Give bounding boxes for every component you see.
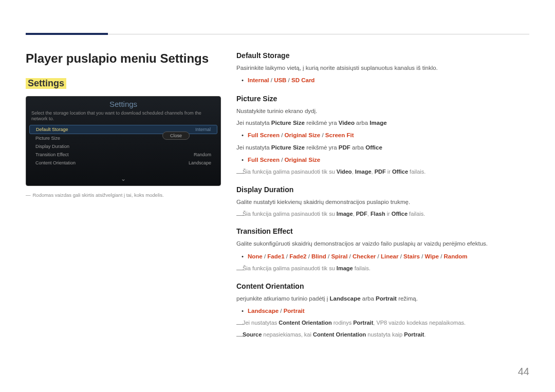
transition-effect-options: None / Fade1 / Fade2 / Blind / Spiral / … — [236, 252, 529, 261]
dash-icon: ― — [236, 330, 244, 341]
content-orientation-note1: ―Jei nustatytas Content Orientation rodi… — [236, 319, 529, 327]
default-storage-options: Internal / USB / SD Card — [236, 76, 529, 85]
settings-panel-desc: Select the storage location that you wan… — [26, 110, 220, 125]
page-number: 44 — [518, 366, 529, 378]
list-item: Full Screen / Original Size — [236, 155, 529, 164]
list-item: None / Fade1 / Fade2 / Blind / Spiral / … — [236, 252, 529, 261]
settings-row-default-storage[interactable]: Default Storage Internal — [29, 125, 217, 134]
page-title: Player puslapio meniu Settings — [26, 51, 221, 66]
content-orientation-desc: perjunkite atkuriamo turinio padėtį į La… — [236, 294, 529, 303]
row-value: Random — [194, 152, 211, 157]
picture-size-opts1: Full Screen / Original Size / Screen Fit — [236, 130, 529, 140]
content-orientation-note2: ―Source nepasiekiamas, kai Content Orien… — [236, 330, 529, 339]
picture-size-note: ―Šia funkcija galima pasinaudoti tik su … — [236, 167, 529, 176]
dash-icon: ― — [236, 319, 244, 329]
left-column: Player puslapio meniu Settings Settings … — [26, 51, 221, 342]
row-label: Transition Effect — [35, 152, 69, 157]
chevron-down-icon[interactable]: ⌄ — [121, 175, 126, 182]
settings-row-transition-effect[interactable]: Transition Effect Random — [29, 151, 217, 159]
display-duration-note: ―Šia funkcija galima pasinaudoti tik su … — [236, 210, 529, 218]
dash-icon: ― — [26, 192, 31, 198]
transition-effect-desc: Galite sukonfigūruoti skaidrių demonstra… — [236, 239, 529, 248]
row-label: Content Orientation — [35, 160, 76, 165]
content-orientation-title: Content Orientation — [236, 282, 529, 290]
settings-rows: Default Storage Internal Picture Size Di… — [26, 125, 220, 167]
settings-panel: Settings Select the storage location tha… — [26, 96, 221, 186]
transition-effect-note: ―Šia funkcija galima pasinaudoti tik su … — [236, 264, 529, 273]
row-value: Landscape — [189, 160, 211, 165]
default-storage-title: Default Storage — [236, 51, 529, 60]
default-storage-desc: Pasirinkite laikymo vietą, į kurią norit… — [236, 64, 529, 72]
row-value: Internal — [195, 127, 211, 132]
picture-size-title: Picture Size — [236, 95, 529, 103]
chapter-rule — [26, 34, 529, 34]
dash-icon: ― — [236, 167, 244, 178]
section-heading: Settings — [26, 78, 66, 89]
picture-size-cond1: Jei nustatyta Picture Size reikšmė yra V… — [236, 119, 529, 127]
content-orientation-options: Landscape / Portrait — [236, 306, 529, 315]
right-column: Default Storage Pasirinkite laikymo viet… — [236, 51, 529, 342]
picture-size-desc1: Nustatykite turinio ekrano dydį. — [236, 107, 529, 116]
settings-panel-title: Settings — [26, 97, 220, 110]
display-duration-title: Display Duration — [236, 185, 529, 194]
transition-effect-title: Transition Effect — [236, 227, 529, 235]
row-label: Picture Size — [35, 136, 60, 141]
page-content: Player puslapio meniu Settings Settings … — [26, 51, 529, 342]
row-label: Default Storage — [36, 127, 68, 132]
dash-icon: ― — [236, 264, 244, 275]
image-footnote: ―Rodomas vaizdas gali skirtis atsižvelgi… — [26, 192, 221, 198]
settings-row-display-duration[interactable]: Display Duration — [29, 142, 217, 151]
picture-size-cond2: Jei nustatyta Picture Size reikšmė yra P… — [236, 143, 529, 152]
dash-icon: ― — [236, 210, 244, 220]
list-item: Landscape / Portrait — [236, 306, 529, 315]
picture-size-opts2: Full Screen / Original Size — [236, 155, 529, 164]
display-duration-desc: Galite nustatyti kiekvienų skaidrių demo… — [236, 198, 529, 207]
settings-row-content-orientation[interactable]: Content Orientation Landscape — [29, 159, 217, 167]
list-item: Full Screen / Original Size / Screen Fit — [236, 130, 529, 140]
list-item: Internal / USB / SD Card — [236, 76, 529, 85]
close-button[interactable]: Close — [162, 132, 190, 140]
row-label: Display Duration — [35, 144, 69, 149]
